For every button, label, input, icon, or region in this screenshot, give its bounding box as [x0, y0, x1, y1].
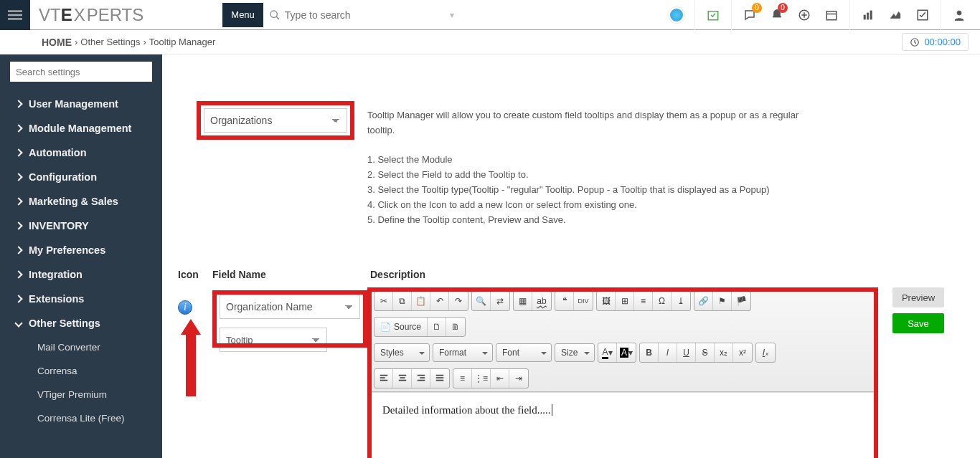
- bar-chart-icon[interactable]: [854, 0, 882, 30]
- chat-icon[interactable]: 0: [736, 0, 763, 30]
- sidebar-item-extensions[interactable]: Extensions: [0, 287, 162, 311]
- global-search-input[interactable]: [285, 9, 450, 21]
- timer-widget[interactable]: 00:00:00: [902, 33, 969, 51]
- indent-icon[interactable]: ⇥: [509, 369, 528, 388]
- align-center-icon[interactable]: [393, 369, 412, 388]
- bell-icon[interactable]: 0: [763, 0, 791, 30]
- breadcrumb-home[interactable]: HOME: [42, 37, 72, 48]
- global-search-wrap: ▾: [269, 9, 470, 21]
- select-all-icon[interactable]: ▦: [514, 292, 532, 310]
- hr-icon[interactable]: ≡: [634, 292, 653, 310]
- italic-icon[interactable]: I: [659, 343, 677, 362]
- app-switch-icon[interactable]: [663, 0, 690, 30]
- subscript-icon[interactable]: x₂: [715, 343, 733, 362]
- user-icon[interactable]: [946, 0, 973, 30]
- div-icon[interactable]: DIV: [574, 292, 593, 310]
- info-icon[interactable]: i: [178, 300, 192, 315]
- breadcrumb-item[interactable]: Other Settings: [80, 37, 140, 47]
- module-select[interactable]: Organizations: [204, 108, 347, 133]
- sidebar-item-label: INVENTORY: [29, 220, 89, 232]
- sidebar-item-module-management[interactable]: Module Management: [0, 116, 162, 140]
- anchor-icon[interactable]: ⚑: [713, 292, 732, 310]
- font-dropdown[interactable]: Font: [496, 343, 552, 362]
- align-left-icon[interactable]: [374, 369, 393, 388]
- sidebar-item-configuration[interactable]: Configuration: [0, 165, 162, 189]
- remove-format-icon[interactable]: Iₓ: [756, 343, 775, 362]
- sidebar-item-my-preferences[interactable]: My Preferences: [0, 238, 162, 262]
- chevron-right-icon: [14, 197, 22, 205]
- sidebar-item-other-settings[interactable]: Other Settings: [0, 311, 162, 335]
- save-button[interactable]: Save: [892, 313, 944, 333]
- image-icon[interactable]: 🖼: [597, 292, 616, 310]
- pagebreak-icon[interactable]: ⤓: [672, 292, 690, 310]
- sidebar-item-automation[interactable]: Automation: [0, 140, 162, 165]
- svg-line-4: [276, 16, 279, 19]
- blockquote-icon[interactable]: ❝: [555, 292, 574, 310]
- sidebar-item-marketing-sales[interactable]: Marketing & Sales: [0, 189, 162, 214]
- strike-icon[interactable]: S: [696, 343, 715, 362]
- settings-sidebar: User Management Module Management Automa…: [0, 54, 162, 458]
- copy-icon[interactable]: ⧉: [393, 292, 412, 310]
- search-dropdown-caret-icon[interactable]: ▾: [450, 10, 454, 20]
- sidebar-item-label: Marketing & Sales: [29, 196, 118, 207]
- styles-dropdown[interactable]: Styles: [374, 343, 430, 362]
- preview-button[interactable]: Preview: [892, 287, 944, 307]
- sidebar-item-user-management[interactable]: User Management: [0, 92, 162, 116]
- text-color-icon[interactable]: A▾: [598, 343, 617, 362]
- svg-rect-11: [864, 15, 865, 19]
- search-icon: [269, 9, 281, 21]
- checkbox-icon[interactable]: [909, 0, 936, 30]
- sidebar-item-inventory[interactable]: INVENTORY: [0, 214, 162, 238]
- tooltip-type-select[interactable]: Tooltip: [220, 328, 327, 352]
- flag-icon[interactable]: 🏴: [732, 292, 750, 310]
- superscript-icon[interactable]: x²: [733, 343, 752, 362]
- find-icon[interactable]: 🔍: [472, 292, 491, 310]
- sidebar-item-label: User Management: [29, 98, 118, 110]
- menu-button[interactable]: Menu: [222, 3, 263, 27]
- separator: [849, 0, 850, 30]
- add-icon[interactable]: [791, 0, 818, 30]
- sidebar-item-label: Other Settings: [29, 318, 100, 329]
- area-chart-icon[interactable]: [882, 0, 909, 30]
- link-icon[interactable]: 🔗: [694, 292, 713, 310]
- outdent-icon[interactable]: ⇤: [491, 369, 509, 388]
- field-name-select[interactable]: Organization Name: [220, 295, 360, 319]
- clock-icon: [910, 37, 920, 47]
- editor-content[interactable]: Detailed information about the field....…: [371, 392, 875, 458]
- sidebar-sub-corrensa-lite[interactable]: Corrensa Lite (Free): [0, 406, 162, 430]
- bold-icon[interactable]: B: [640, 343, 659, 362]
- sidebar-sub-mail-converter[interactable]: Mail Converter: [0, 335, 162, 359]
- cut-icon[interactable]: ✂: [374, 292, 393, 310]
- hamburger-menu-icon[interactable]: [0, 0, 30, 30]
- instruction-step: 2. Select the Field to add the Tooltip t…: [367, 168, 826, 183]
- chevron-right-icon: [14, 221, 22, 229]
- undo-icon[interactable]: ↶: [430, 292, 449, 310]
- header-description: Description: [370, 269, 980, 280]
- redo-icon[interactable]: ↷: [449, 292, 468, 310]
- calendar-icon[interactable]: [818, 0, 845, 30]
- size-dropdown[interactable]: Size: [555, 343, 595, 362]
- bell-badge: 0: [778, 3, 788, 13]
- format-dropdown[interactable]: Format: [433, 343, 493, 362]
- sidebar-sub-corrensa[interactable]: Corrensa: [0, 359, 162, 383]
- paste-icon[interactable]: 📋: [412, 292, 430, 310]
- bg-color-icon[interactable]: A▾: [617, 343, 636, 362]
- sidebar-sub-vtiger-premium[interactable]: VTiger Premium: [0, 383, 162, 406]
- table-icon[interactable]: ⊞: [616, 292, 634, 310]
- align-justify-icon[interactable]: [430, 369, 449, 388]
- replace-icon[interactable]: ⇄: [491, 292, 509, 310]
- underline-icon[interactable]: U: [677, 343, 696, 362]
- sidebar-search-input[interactable]: [10, 62, 152, 82]
- separator: [694, 0, 695, 30]
- numbered-list-icon[interactable]: ≡: [453, 369, 472, 388]
- spellcheck-icon[interactable]: ab: [532, 292, 551, 310]
- newpage-icon[interactable]: 🗋: [428, 318, 446, 336]
- sidebar-item-label: Extensions: [29, 293, 84, 305]
- sidebar-item-integration[interactable]: Integration: [0, 262, 162, 287]
- bullet-list-icon[interactable]: ⋮≡: [472, 369, 491, 388]
- omega-icon[interactable]: Ω: [653, 292, 672, 310]
- source-button[interactable]: 📄 Source: [374, 318, 428, 336]
- calendar-check-icon[interactable]: [699, 0, 727, 30]
- align-right-icon[interactable]: [412, 369, 430, 388]
- preview-icon[interactable]: 🗎: [446, 318, 465, 336]
